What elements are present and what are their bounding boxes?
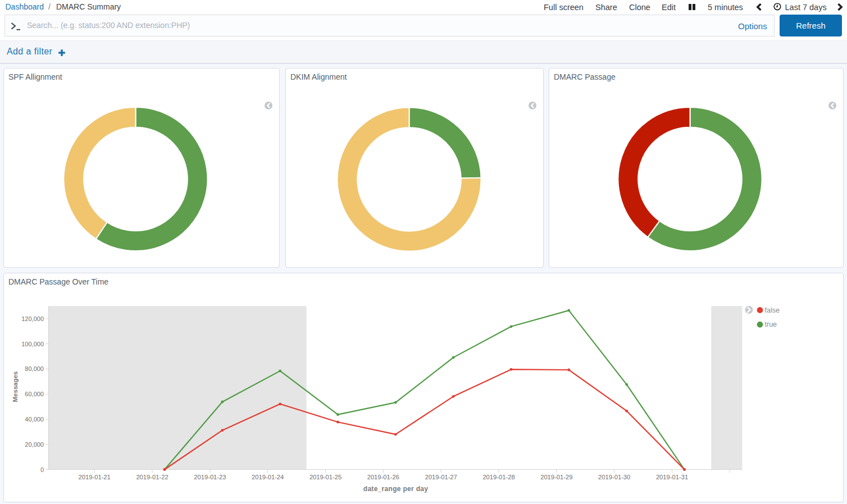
svg-text:120,000: 120,000	[21, 315, 44, 322]
svg-text:2019-01-26: 2019-01-26	[367, 474, 399, 480]
svg-text:2019-01-30: 2019-01-30	[598, 474, 630, 480]
svg-text:Messages: Messages	[12, 372, 19, 402]
svg-text:2019-01-27: 2019-01-27	[425, 474, 457, 480]
svg-text:100,000: 100,000	[21, 341, 44, 347]
svg-text:2019-01-28: 2019-01-28	[482, 474, 514, 480]
svg-text:2019-01-21: 2019-01-21	[79, 474, 111, 480]
svg-text:60,000: 60,000	[25, 391, 44, 397]
svg-text:true: true	[765, 320, 777, 328]
svg-text:2019-01-29: 2019-01-29	[540, 474, 572, 480]
svg-text:2019-01-31: 2019-01-31	[656, 474, 688, 480]
svg-text:40,000: 40,000	[25, 416, 44, 423]
svg-text:2019-01-24: 2019-01-24	[252, 474, 284, 480]
svg-text:0: 0	[40, 466, 44, 473]
svg-text:2019-01-25: 2019-01-25	[309, 474, 341, 480]
svg-text:2019-01-23: 2019-01-23	[194, 474, 226, 480]
svg-text:date_range per day: date_range per day	[363, 485, 428, 493]
svg-text:false: false	[765, 306, 780, 314]
svg-text:80,000: 80,000	[25, 365, 44, 372]
svg-text:2019-01-22: 2019-01-22	[136, 474, 168, 480]
svg-text:20,000: 20,000	[25, 441, 44, 448]
